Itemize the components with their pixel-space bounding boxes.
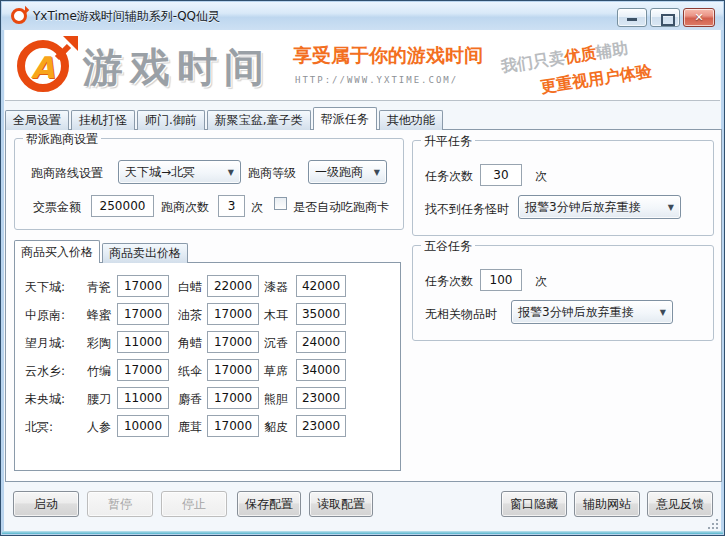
tab-jubaopen-tongzi[interactable]: 新聚宝盆,童子类 [207, 110, 311, 130]
price-input[interactable] [117, 415, 169, 437]
notfound-action-select[interactable]: 报警3分钟后放弃重接 [518, 195, 681, 219]
load-config-button[interactable]: 读取配置 [309, 491, 373, 517]
run-count-unit: 次 [251, 199, 263, 216]
tab-gang-tasks[interactable]: 帮派任务 [313, 107, 377, 130]
item-label: 竹编 [87, 363, 111, 380]
ticket-amount-input[interactable] [91, 195, 154, 217]
promo-line1-gray2: 辅助 [595, 38, 629, 62]
city-label: 云水乡: [25, 363, 65, 380]
price-input[interactable] [207, 275, 259, 297]
price-input[interactable] [207, 303, 259, 325]
item-label: 油茶 [178, 307, 202, 324]
price-input[interactable] [117, 303, 169, 325]
shengping-group-title: 升平任务 [421, 133, 475, 150]
price-tab-strip: 商品买入价格 商品卖出价格 [14, 240, 190, 263]
wugu-group-title: 五谷任务 [421, 238, 475, 255]
window-bottom-border [2, 531, 723, 534]
minimize-button[interactable] [617, 8, 647, 27]
brand-banner: A 游戏时间 享受属于你的游戏时间 HTTP://WWW.YXTIME.COM/… [5, 30, 720, 101]
tab-hangup-fight[interactable]: 挂机打怪 [71, 110, 135, 130]
price-input[interactable] [207, 331, 259, 353]
wugu-count-unit: 次 [535, 273, 547, 290]
tab-buy-price[interactable]: 商品买入价格 [14, 240, 100, 263]
route-label: 跑商路线设置 [31, 165, 103, 182]
brand-slogan: 享受属于你的游戏时间 [293, 43, 483, 69]
city-label: 望月城: [25, 335, 65, 352]
pause-button: 暂停 [87, 491, 153, 517]
auto-eat-card-checkbox[interactable] [274, 197, 287, 210]
logo-arrow-icon [53, 34, 79, 60]
price-input[interactable] [117, 331, 169, 353]
website-button[interactable]: 辅助网站 [574, 491, 640, 517]
price-input[interactable] [117, 387, 169, 409]
price-input[interactable] [296, 303, 346, 325]
shengping-count-label: 任务次数 [425, 168, 473, 185]
caravan-settings-group: 帮派跑商设置 跑商路线设置 天下城→北冥 跑商等级 一级跑商 交票金额 跑商次数… [14, 138, 404, 230]
price-row-zhongyuannan: 中原南: 蜂蜜 油茶 木耳 [15, 303, 400, 325]
caption-buttons [617, 8, 715, 27]
price-input[interactable] [207, 359, 259, 381]
maximize-button[interactable] [650, 8, 680, 27]
run-count-input[interactable] [218, 195, 245, 217]
brand-logo: A [17, 36, 77, 96]
item-label: 漆器 [264, 279, 288, 296]
feedback-button[interactable]: 意见反馈 [647, 491, 713, 517]
promo-line1-gray: 我们只卖 [500, 48, 566, 76]
auto-eat-card-label: 是否自动吃跑商卡 [293, 199, 389, 216]
app-window: YxTime游戏时间辅助系列-QQ仙灵 A 游戏时间 享受属于你的游戏时间 HT… [0, 0, 725, 536]
price-input[interactable] [207, 387, 259, 409]
website-url: HTTP://WWW.YXTIME.COM/ [295, 75, 458, 85]
price-row-weiyangcheng: 未央城: 腰刀 麝香 熊胆 [15, 387, 400, 409]
close-button[interactable] [683, 8, 715, 27]
caravan-group-title: 帮派跑商设置 [23, 131, 101, 148]
item-label: 彩陶 [87, 335, 111, 352]
notfound-action-label: 找不到任务怪时 [425, 201, 509, 218]
price-input[interactable] [296, 387, 346, 409]
price-row-yunshuixiang: 云水乡: 竹编 纸伞 草席 [15, 359, 400, 381]
item-label: 草席 [264, 363, 288, 380]
noitem-action-label: 无相关物品时 [425, 306, 497, 323]
promo-text: 我们只卖优质辅助 更重视用户体验 [500, 30, 720, 101]
noitem-action-select[interactable]: 报警3分钟后放弃重接 [511, 300, 673, 324]
price-input[interactable] [296, 359, 346, 381]
price-input[interactable] [117, 275, 169, 297]
resize-grip[interactable] [708, 519, 718, 529]
price-row-tianxiacheng: 天下城: 青瓷 白蜡 漆器 [15, 275, 400, 297]
item-label: 貂皮 [264, 419, 288, 436]
save-config-button[interactable]: 保存配置 [237, 491, 301, 517]
hide-window-button[interactable]: 窗口隐藏 [501, 491, 567, 517]
shengping-count-unit: 次 [535, 168, 547, 185]
city-label: 天下城: [25, 279, 65, 296]
tab-shimen-yuqian[interactable]: 师门.御前 [137, 110, 205, 130]
item-label: 麝香 [178, 391, 202, 408]
item-label: 木耳 [264, 307, 288, 324]
grade-label: 跑商等级 [248, 165, 296, 182]
noitem-action-value: 报警3分钟后放弃重接 [518, 304, 634, 321]
price-input[interactable] [296, 331, 346, 353]
price-input[interactable] [296, 415, 346, 437]
grade-select-value: 一级跑商 [315, 164, 363, 181]
grade-select[interactable]: 一级跑商 [308, 160, 387, 184]
tab-global-settings[interactable]: 全局设置 [5, 110, 69, 130]
city-label: 中原南: [25, 307, 65, 324]
run-count-label: 跑商次数 [161, 199, 209, 216]
route-select-value: 天下城→北冥 [125, 164, 195, 181]
brand-name: 游戏时间 [83, 40, 271, 95]
item-label: 鹿茸 [178, 419, 202, 436]
price-input[interactable] [207, 415, 259, 437]
city-label: 未央城: [25, 391, 65, 408]
shengping-count-input[interactable] [480, 164, 522, 186]
tab-sell-price[interactable]: 商品卖出价格 [102, 243, 188, 263]
route-select[interactable]: 天下城→北冥 [118, 160, 241, 184]
item-label: 腰刀 [87, 391, 111, 408]
city-label: 北冥: [25, 419, 53, 436]
title-bar[interactable]: YxTime游戏时间辅助系列-QQ仙灵 [2, 2, 723, 30]
price-input[interactable] [296, 275, 346, 297]
notfound-action-value: 报警3分钟后放弃重接 [525, 199, 641, 216]
price-input[interactable] [117, 359, 169, 381]
item-label: 人参 [87, 419, 111, 436]
tab-other-features[interactable]: 其他功能 [379, 110, 443, 130]
wugu-count-input[interactable] [480, 269, 522, 291]
start-button[interactable]: 启动 [13, 491, 79, 517]
item-label: 纸伞 [178, 363, 202, 380]
